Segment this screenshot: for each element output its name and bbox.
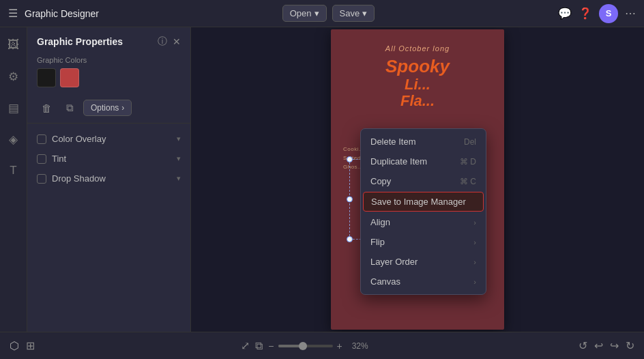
- main-content: 🖼 ⚙ ▤ ◈ T Graphic Properties ⓘ ✕ Graphic…: [0, 27, 644, 332]
- ctx-flip-label: Flip: [370, 237, 385, 247]
- expand-icon[interactable]: ⋯: [625, 7, 636, 20]
- options-chevron-icon: ›: [121, 103, 124, 113]
- canvas-text-line2: Spooky Li... Fla...: [331, 57, 504, 109]
- sidebar-item-drop-shadow[interactable]: Drop Shadow ▾: [27, 169, 190, 188]
- ctx-canvas-label: Canvas: [370, 276, 400, 287]
- tint-checkbox[interactable]: [37, 154, 46, 164]
- save-chevron-icon: [362, 8, 367, 18]
- sidebar-header: Graphic Properties ⓘ ✕: [27, 27, 190, 53]
- ctx-delete-item[interactable]: Delete Item Del: [361, 132, 486, 152]
- context-menu: Delete Item Del Duplicate Item ⌘ D Copy …: [360, 128, 486, 295]
- save-button[interactable]: Save: [332, 5, 375, 22]
- handle-bl[interactable]: [347, 236, 353, 242]
- icon-rail: 🖼 ⚙ ▤ ◈ T: [0, 27, 27, 332]
- color-overlay-chevron-icon: ▾: [177, 134, 181, 143]
- swatch-dark[interactable]: [37, 68, 56, 87]
- avatar[interactable]: S: [599, 4, 618, 23]
- rail-shapes-icon[interactable]: ◈: [3, 128, 25, 150]
- ctx-align-arrow-icon: ›: [473, 218, 476, 227]
- drop-shadow-checkbox[interactable]: [37, 174, 46, 184]
- canvas-li: Li...: [331, 76, 504, 93]
- delete-icon[interactable]: 🗑: [37, 98, 56, 117]
- tint-label: Tint: [52, 154, 171, 164]
- fit-screen-icon[interactable]: ⤢: [241, 339, 250, 352]
- zoom-slider[interactable]: [278, 345, 333, 347]
- ctx-flip-item[interactable]: Flip ›: [361, 232, 486, 252]
- sidebar-items: Color Overlay ▾ Tint ▾ Drop Shadow ▾: [27, 124, 190, 194]
- sidebar-header-icons: ⓘ ✕: [158, 35, 181, 48]
- canvas-spooky: Spooky: [331, 57, 504, 76]
- color-overlay-label: Color Overlay: [52, 134, 171, 144]
- redo-icon[interactable]: ↪: [610, 339, 619, 352]
- sidebar-item-color-overlay[interactable]: Color Overlay ▾: [27, 129, 190, 149]
- topbar-center: Open Save: [282, 5, 375, 22]
- bottombar: ⬡ ⊞ ⤢ ⧉ − + 32% ↺ ↩ ↪ ↻: [0, 332, 644, 359]
- ctx-canvas-arrow-icon: ›: [473, 278, 476, 286]
- open-chevron-icon: [314, 8, 319, 18]
- sidebar-panel: Graphic Properties ⓘ ✕ Graphic Colors 🗑 …: [27, 27, 191, 332]
- ctx-delete-shortcut: Del: [464, 137, 476, 147]
- ctx-save-image-item[interactable]: Save to Image Manager: [363, 192, 484, 212]
- crop-icon[interactable]: ⧉: [255, 340, 263, 352]
- grid-view-icon[interactable]: ⊞: [26, 339, 35, 352]
- topbar-left: ☰ Graphic Designer: [8, 7, 99, 20]
- sidebar-actions: 🗑 ⧉ Options ›: [27, 96, 190, 124]
- ctx-layer-order-arrow-icon: ›: [473, 258, 476, 266]
- ctx-flip-arrow-icon: ›: [473, 238, 476, 246]
- chat-icon[interactable]: 💬: [558, 7, 572, 20]
- rail-image-icon[interactable]: 🖼: [3, 34, 25, 56]
- options-button[interactable]: Options ›: [83, 100, 132, 116]
- close-icon[interactable]: ✕: [173, 36, 181, 47]
- options-label: Options: [91, 103, 119, 113]
- canvas-area[interactable]: All October long Spooky Li... Fla... Coo…: [191, 27, 644, 332]
- ctx-layer-order-label: Layer Order: [370, 257, 418, 267]
- ctx-duplicate-shortcut: ⌘ D: [460, 157, 476, 167]
- help-icon[interactable]: ❓: [579, 7, 592, 20]
- canvas-fla: Fla...: [331, 93, 504, 109]
- ctx-delete-label: Delete Item: [370, 137, 415, 147]
- app-title: Graphic Designer: [25, 8, 99, 19]
- zoom-controls: − +: [268, 341, 342, 351]
- drop-shadow-label: Drop Shadow: [52, 173, 171, 184]
- rail-adjust-icon[interactable]: ⚙: [3, 66, 25, 87]
- graphic-colors-label: Graphic Colors: [27, 53, 190, 68]
- rail-layers-icon[interactable]: ▤: [3, 97, 25, 119]
- ctx-layer-order-item[interactable]: Layer Order ›: [361, 252, 486, 272]
- ctx-canvas-item[interactable]: Canvas ›: [361, 272, 486, 291]
- ctx-align-label: Align: [370, 217, 390, 227]
- undo-icon[interactable]: ↩: [594, 339, 603, 352]
- ctx-copy-item[interactable]: Copy ⌘ C: [361, 171, 486, 191]
- ctx-align-item[interactable]: Align ›: [361, 212, 486, 232]
- rail-text-icon[interactable]: T: [3, 160, 25, 182]
- zoom-out-icon[interactable]: −: [268, 341, 274, 351]
- bottombar-right: ↺ ↩ ↪ ↻: [579, 339, 634, 352]
- canvas-text-line1: All October long: [331, 44, 504, 53]
- layers-view-icon[interactable]: ⬡: [10, 339, 19, 352]
- ctx-save-image-label: Save to Image Manager: [371, 197, 466, 207]
- handle-ml[interactable]: [347, 197, 353, 203]
- drop-shadow-chevron-icon: ▾: [177, 174, 181, 183]
- color-overlay-checkbox[interactable]: [37, 134, 46, 144]
- sidebar-item-tint[interactable]: Tint ▾: [27, 149, 190, 169]
- ctx-duplicate-item[interactable]: Duplicate Item ⌘ D: [361, 152, 486, 171]
- zoom-track-fill: [278, 345, 300, 347]
- topbar: ☰ Graphic Designer Open Save 💬 ❓ S ⋯: [0, 0, 644, 27]
- refresh-icon[interactable]: ↻: [626, 339, 634, 352]
- topbar-right: 💬 ❓ S ⋯: [558, 4, 636, 23]
- duplicate-icon[interactable]: ⧉: [60, 98, 79, 117]
- bottombar-center: ⤢ ⧉ − + 32%: [241, 339, 372, 352]
- zoom-in-icon[interactable]: +: [337, 341, 342, 351]
- ctx-duplicate-label: Duplicate Item: [370, 156, 427, 167]
- info-icon[interactable]: ⓘ: [158, 35, 167, 48]
- zoom-level: 32%: [348, 341, 372, 351]
- open-button[interactable]: Open: [282, 5, 327, 22]
- menu-icon[interactable]: ☰: [8, 7, 18, 20]
- bottombar-left: ⬡ ⊞: [10, 339, 35, 352]
- ctx-copy-shortcut: ⌘ C: [460, 177, 476, 186]
- swatch-red[interactable]: [60, 68, 79, 87]
- color-swatches: [27, 68, 190, 96]
- ctx-copy-label: Copy: [370, 176, 391, 186]
- zoom-thumb[interactable]: [299, 342, 307, 350]
- tint-chevron-icon: ▾: [177, 154, 181, 163]
- history-icon[interactable]: ↺: [579, 339, 587, 352]
